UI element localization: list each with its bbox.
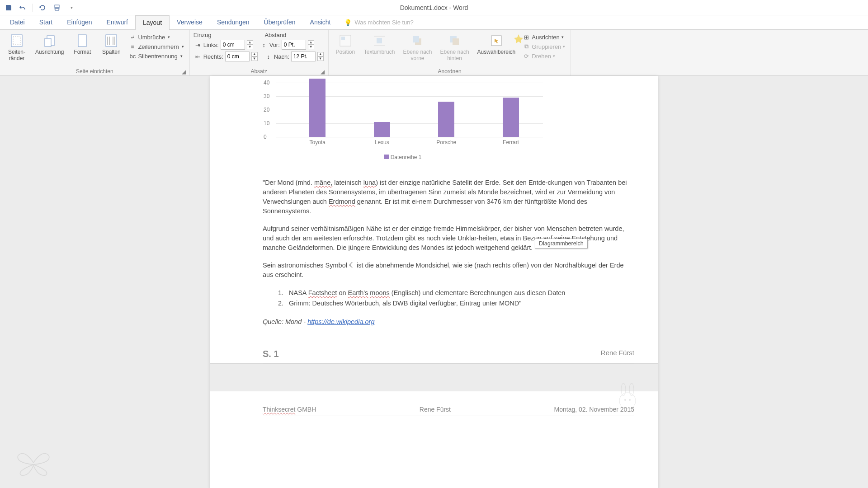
chart-bar[interactable]	[309, 79, 326, 137]
chart-bar[interactable]	[374, 122, 390, 137]
quickprint-icon[interactable]	[52, 3, 62, 13]
tab-datei[interactable]: Datei	[3, 15, 32, 30]
spacing-after-spinner[interactable]: ↕Nach:▲▼	[264, 51, 325, 62]
quick-access-toolbar: ▾	[0, 3, 80, 13]
page-number: S. 1	[263, 349, 279, 359]
margins-button[interactable]: Seiten- ränder	[4, 32, 30, 67]
chart-bar[interactable]	[438, 102, 454, 137]
svg-rect-7	[78, 35, 86, 47]
document-page[interactable]: 010203040ToyotaLexusPorscheFerrari Daten…	[210, 76, 658, 488]
spacing-heading: Abstand	[264, 32, 286, 38]
down-arrow[interactable]: ▼	[247, 45, 253, 49]
paragraph-3[interactable]: Sein astronomisches Symbol ☾ ist die abn…	[263, 261, 634, 280]
spellcheck-earths[interactable]: Earth's	[348, 289, 368, 296]
list-item: Grimm: Deutsches Wörterbuch, als DWB dig…	[285, 298, 634, 309]
selection-pane-button[interactable]: Auswahlbereich	[475, 32, 519, 67]
qat-customize-icon[interactable]: ▾	[66, 3, 76, 13]
footer-author: Rene Fürst	[601, 349, 634, 359]
tab-sendungen[interactable]: Sendungen	[210, 15, 257, 30]
breaks-icon: ⤶	[129, 33, 136, 41]
tab-layout[interactable]: Layout	[135, 15, 170, 30]
up-arrow[interactable]: ▲	[247, 40, 253, 45]
columns-icon	[104, 33, 118, 48]
undo-icon[interactable]	[18, 3, 28, 13]
tab-entwurf[interactable]: Entwurf	[99, 15, 135, 30]
page-footer: S. 1 Rene Fürst	[263, 349, 634, 363]
save-icon[interactable]	[4, 3, 14, 13]
spellcheck-company[interactable]: Thinksecret	[263, 406, 295, 413]
list-item: NASA Factsheet on Earth's moons (Englisc…	[285, 288, 634, 298]
dialog-launcher-icon[interactable]: ◢	[320, 69, 326, 74]
indent-left-icon: ⇥	[194, 41, 202, 48]
cursor-indicator	[514, 34, 523, 43]
butterfly-watermark	[15, 449, 52, 477]
columns-button[interactable]: Spalten	[98, 32, 124, 67]
lightbulb-icon: 💡	[344, 19, 352, 26]
numbered-list[interactable]: NASA Factsheet on Earth's moons (Englisc…	[285, 288, 634, 309]
legend-swatch	[384, 155, 389, 159]
indent-right-spinner[interactable]: ⇤Rechts:▲▼	[193, 51, 259, 62]
spellcheck-mane[interactable]: mâne,	[314, 179, 332, 186]
up-arrow[interactable]: ▲	[317, 52, 324, 56]
group-label-paragraph: Absatz◢	[190, 68, 328, 75]
chart-xlabel: Ferrari	[503, 139, 519, 145]
svg-rect-6	[45, 38, 51, 47]
group-arrange: Position Textumbruch Ebene nach vorne Eb…	[329, 30, 571, 75]
chart-tooltip: Diagrammbereich	[535, 239, 588, 249]
rotate-icon: ⟳	[523, 52, 530, 60]
tell-me-search[interactable]: 💡 Was möchten Sie tun?	[338, 15, 413, 29]
svg-rect-15	[377, 38, 382, 43]
indent-left-input[interactable]	[221, 40, 245, 50]
chart-ytick: 20	[264, 107, 269, 113]
down-arrow[interactable]: ▼	[251, 56, 258, 61]
up-arrow[interactable]: ▲	[251, 52, 258, 56]
svg-point-26	[624, 399, 626, 401]
spellcheck-luna[interactable]: luna	[363, 179, 376, 186]
line-numbers-button[interactable]: ≡Zeilennummern▾	[127, 42, 185, 51]
indent-right-input[interactable]	[225, 52, 250, 61]
group-icon: ⧉	[523, 43, 530, 50]
wrap-icon	[372, 33, 387, 48]
hyphenation-button[interactable]: bcSilbentrennung▾	[127, 52, 185, 60]
orientation-icon	[42, 33, 57, 48]
chart-xlabel: Toyota	[310, 139, 326, 145]
chart-bar[interactable]	[503, 98, 519, 137]
tab-ansicht[interactable]: Ansicht	[303, 15, 338, 30]
spacing-before-input[interactable]	[282, 40, 306, 50]
group-page-setup: Seiten- ränder Ausrichtung Format Spalte…	[0, 30, 190, 75]
document-workspace[interactable]: 010203040ToyotaLexusPorscheFerrari Daten…	[0, 76, 868, 488]
tab-start[interactable]: Start	[32, 15, 60, 30]
paragraph-1[interactable]: "Der Mond (mhd. mâne, lateinisch luna) i…	[263, 178, 634, 216]
embedded-chart[interactable]: 010203040ToyotaLexusPorscheFerrari Daten…	[263, 76, 634, 166]
separator	[33, 4, 33, 12]
spellcheck-factsheet[interactable]: Factsheet	[308, 289, 337, 296]
orientation-button[interactable]: Ausrichtung	[33, 32, 66, 67]
chart-ytick: 30	[264, 93, 269, 99]
repeat-icon[interactable]	[38, 3, 47, 13]
spellcheck-moons[interactable]: moons	[370, 289, 390, 296]
spacing-before-spinner[interactable]: ↕Vor:▲▼	[259, 39, 315, 50]
spellcheck-erdmond[interactable]: Erdmond	[329, 198, 355, 205]
up-arrow[interactable]: ▲	[308, 40, 314, 45]
align-button[interactable]: ⊞Ausrichten▾	[521, 33, 567, 41]
source-line[interactable]: Quelle: Mond - https://de.wikipedia.org	[263, 318, 634, 325]
breaks-button[interactable]: ⤶Umbrüche▾	[127, 33, 185, 41]
dialog-launcher-icon[interactable]: ◢	[181, 69, 187, 74]
margins-icon	[9, 33, 24, 48]
tell-me-placeholder: Was möchten Sie tun?	[354, 19, 413, 26]
size-button[interactable]: Format	[69, 32, 95, 67]
indent-left-spinner[interactable]: ⇥Links:▲▼	[193, 39, 254, 50]
position-icon	[338, 33, 353, 48]
tab-ueberpruefen[interactable]: Überprüfen	[257, 15, 303, 30]
spacing-after-input[interactable]	[291, 52, 316, 61]
down-arrow[interactable]: ▼	[317, 56, 324, 61]
source-link[interactable]: https://de.wikipedia.org	[307, 318, 374, 325]
svg-point-27	[629, 399, 631, 401]
svg-rect-21	[453, 38, 459, 45]
indent-heading: Einzug	[193, 32, 212, 38]
down-arrow[interactable]: ▼	[308, 45, 314, 49]
page-setup-stack: ⤶Umbrüche▾ ≡Zeilennummern▾ bcSilbentrenn…	[127, 32, 185, 67]
tab-einfuegen[interactable]: Einfügen	[60, 15, 99, 30]
chart-ytick: 0	[264, 134, 267, 140]
tab-verweise[interactable]: Verweise	[170, 15, 210, 30]
